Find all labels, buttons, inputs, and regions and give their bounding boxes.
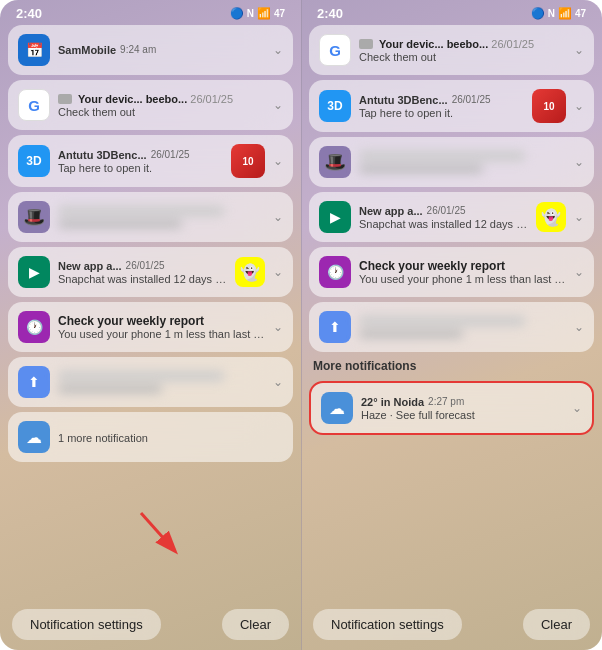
device-small-icon-r <box>359 39 373 49</box>
notifications-list-left: 📅 SamMobile 9:24 am ⌄ G Your devic... be… <box>8 25 293 601</box>
weather-text: 22° in Noida 2:27 pm Haze · See full for… <box>361 396 564 421</box>
weather-body: Haze · See full forecast <box>361 409 564 421</box>
chevron-icon: ⌄ <box>273 320 283 334</box>
right-panel: 2:40 🔵 N 📶 47 G Your devic... beebo... 2… <box>301 0 602 650</box>
sammobile-icon: 📅 <box>18 34 50 66</box>
notification-weather[interactable]: ☁ 22° in Noida 2:27 pm Haze · See full f… <box>309 381 594 435</box>
panel-divider <box>301 0 302 650</box>
chevron-icon: ⌄ <box>273 98 283 112</box>
weather-icon-r: ☁ <box>321 392 353 424</box>
notification-weekly-r[interactable]: 🕐 Check your weekly report You used your… <box>309 247 594 297</box>
weekly-icon: 🕐 <box>18 311 50 343</box>
newapp-body-r: Snapchat was installed 12 days ago <box>359 218 528 230</box>
chevron-icon: ⌄ <box>273 265 283 279</box>
weekly-body-r: You used your phone 1 m less than last w… <box>359 273 566 285</box>
notification-blurred-r[interactable]: 🎩 ⌄ <box>309 137 594 187</box>
newapp-text-r: New app a... 26/01/25 Snapchat was insta… <box>359 205 528 230</box>
antutu-icon-r: 3D <box>319 90 351 122</box>
notification-antutu-r[interactable]: 3D Antutu 3DBenc... 26/01/25 Tap here to… <box>309 80 594 132</box>
sammobile-text: SamMobile 9:24 am <box>58 44 265 57</box>
notification-blurred-1[interactable]: 🎩 ⌄ <box>8 192 293 242</box>
bottom-bar-left: Notification settings Clear <box>8 601 293 650</box>
antutu-text-r: Antutu 3DBenc... 26/01/25 Tap here to op… <box>359 94 524 119</box>
weekly-text: Check your weekly report You used your p… <box>58 314 265 340</box>
google-device-body: Check them out <box>58 106 265 118</box>
weekly-body: You used your phone 1 m less than last w… <box>58 328 265 340</box>
chevron-icon: ⌄ <box>574 155 584 169</box>
blurred-app-icon-r: 🎩 <box>319 146 351 178</box>
device-small-icon <box>58 94 72 104</box>
clear-btn-right[interactable]: Clear <box>523 609 590 640</box>
chevron-icon: ⌄ <box>574 320 584 334</box>
play-icon-r: ▶ <box>319 201 351 233</box>
blurred-app-icon-1: 🎩 <box>18 201 50 233</box>
status-icons-left: 🔵 N 📶 47 <box>230 7 285 20</box>
left-panel: 2:40 🔵 N 📶 47 📅 SamMobile 9:24 am ⌄ <box>0 0 301 650</box>
snapchat-badge: 👻 <box>235 257 265 287</box>
weather-icon-left: ☁ <box>18 421 50 453</box>
chevron-icon: ⌄ <box>574 265 584 279</box>
notification-sammobile[interactable]: 📅 SamMobile 9:24 am ⌄ <box>8 25 293 75</box>
chevron-icon: ⌄ <box>273 43 283 57</box>
chevron-icon: ⌄ <box>572 401 582 415</box>
notification-more[interactable]: ☁ 1 more notification <box>8 412 293 462</box>
notification-blurred-2-r[interactable]: ⬆ ⌄ <box>309 302 594 352</box>
upload-icon: ⬆ <box>18 366 50 398</box>
antutu-badge-r: 10 <box>532 89 566 123</box>
notification-google-device[interactable]: G Your devic... beebo... 26/01/25 Check … <box>8 80 293 130</box>
google-device-text-r: Your devic... beebo... 26/01/25 Check th… <box>359 38 566 63</box>
chevron-icon: ⌄ <box>574 43 584 57</box>
status-bar-left: 2:40 🔵 N 📶 47 <box>8 0 293 25</box>
newapp-body: Snapchat was installed 12 days ago <box>58 273 227 285</box>
notification-newapp-r[interactable]: ▶ New app a... 26/01/25 Snapchat was ins… <box>309 192 594 242</box>
blurred-text-1 <box>58 206 265 228</box>
bottom-bar-right: Notification settings Clear <box>309 601 594 650</box>
google-icon-r: G <box>319 34 351 66</box>
chevron-icon: ⌄ <box>273 375 283 389</box>
chevron-icon: ⌄ <box>574 210 584 224</box>
status-icons-right: 🔵 N 📶 47 <box>531 7 586 20</box>
chevron-icon: ⌄ <box>273 210 283 224</box>
notification-antutu[interactable]: 3D Antutu 3DBenc... 26/01/25 Tap here to… <box>8 135 293 187</box>
notification-weekly[interactable]: 🕐 Check your weekly report You used your… <box>8 302 293 352</box>
status-bar-right: 2:40 🔵 N 📶 47 <box>309 0 594 25</box>
clear-btn-left[interactable]: Clear <box>222 609 289 640</box>
notifications-list-right: G Your devic... beebo... 26/01/25 Check … <box>309 25 594 601</box>
notification-settings-btn-left[interactable]: Notification settings <box>12 609 161 640</box>
antutu-icon: 3D <box>18 145 50 177</box>
more-text: 1 more notification <box>58 428 283 446</box>
google-device-text: Your devic... beebo... 26/01/25 Check th… <box>58 93 265 118</box>
notification-newapp[interactable]: ▶ New app a... 26/01/25 Snapchat was ins… <box>8 247 293 297</box>
upload-icon-r: ⬆ <box>319 311 351 343</box>
weekly-text-r: Check your weekly report You used your p… <box>359 259 566 285</box>
blurred-text-2 <box>58 371 265 393</box>
blurred-text-2-r <box>359 316 566 338</box>
time-left: 2:40 <box>16 6 42 21</box>
chevron-icon: ⌄ <box>574 99 584 113</box>
snapchat-badge-r: 👻 <box>536 202 566 232</box>
notification-settings-btn-right[interactable]: Notification settings <box>313 609 462 640</box>
google-device-body-r: Check them out <box>359 51 566 63</box>
antutu-body: Tap here to open it. <box>58 162 223 174</box>
antutu-body-r: Tap here to open it. <box>359 107 524 119</box>
newapp-text: New app a... 26/01/25 Snapchat was insta… <box>58 260 227 285</box>
notification-blurred-2[interactable]: ⬆ ⌄ <box>8 357 293 407</box>
weekly-icon-r: 🕐 <box>319 256 351 288</box>
antutu-badge: 10 <box>231 144 265 178</box>
notification-google-device-r[interactable]: G Your devic... beebo... 26/01/25 Check … <box>309 25 594 75</box>
google-icon: G <box>18 89 50 121</box>
play-icon: ▶ <box>18 256 50 288</box>
time-right: 2:40 <box>317 6 343 21</box>
blurred-text-r <box>359 151 566 173</box>
antutu-text: Antutu 3DBenc... 26/01/25 Tap here to op… <box>58 149 223 174</box>
chevron-icon: ⌄ <box>273 154 283 168</box>
more-notifications-label: More notifications <box>309 357 594 376</box>
